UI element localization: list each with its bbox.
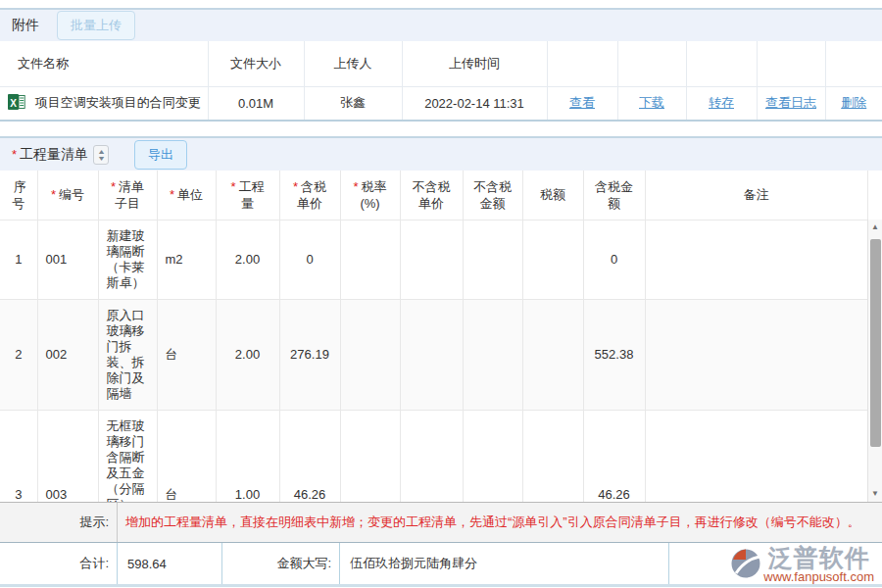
required-asterisk: * — [12, 147, 17, 162]
fanpu-logo-icon — [730, 548, 761, 582]
section-gap — [0, 122, 882, 136]
attachments-bar: 附件 批量上传 — [0, 8, 882, 41]
cell-price-no-tax — [400, 299, 463, 410]
col-remark: 备注 — [645, 171, 867, 220]
col-action-1 — [547, 41, 617, 86]
col-file-size: 文件大小 — [208, 41, 304, 86]
boq-table: 序号 *编号 *清单子目 *单位 *工程量 *含税单价 *税率(%) 不含税单价… — [0, 171, 868, 502]
page: 附件 批量上传 文件名称 文件大小 上传人 上传时间 — [0, 0, 882, 588]
cell-unit: 台 — [157, 299, 216, 410]
cell-tax — [522, 410, 583, 502]
cell-remark — [645, 220, 867, 299]
file-upload-time: 2022-02-14 11:31 — [402, 86, 547, 121]
cell-tax — [522, 220, 583, 299]
boq-row-2: 2 002 原入口玻璃移门拆装、拆除门及隔墙 台 2.00 276.19 552… — [0, 299, 867, 410]
cell-seq: 3 — [0, 410, 37, 502]
cell-tax-rate — [340, 410, 400, 502]
excel-file-icon: X — [8, 93, 25, 114]
cell-tax — [522, 299, 583, 410]
tip-label: 提示: — [0, 503, 118, 542]
file-row: X 项目空调安装项目的合同变更 0.01M 张鑫 2022-02-14 11:3… — [0, 86, 882, 121]
col-qty: *工程量 — [216, 171, 279, 220]
cell-qty: 2.00 — [216, 220, 279, 299]
total-label: 合计: — [0, 543, 118, 584]
vertical-scrollbar[interactable]: ▲ ▼ — [867, 220, 882, 502]
cell-amount-no-tax — [463, 220, 522, 299]
cell-qty: 2.00 — [216, 299, 279, 410]
fanpu-url-text: www.fanpusoft.com — [763, 570, 874, 584]
boq-section: * 工程量清单 ▲▼ 导出 序号 *编号 *清单子目 *单位 — [0, 136, 882, 502]
boq-table-viewport: 序号 *编号 *清单子目 *单位 *工程量 *含税单价 *税率(%) 不含税单价… — [0, 171, 882, 502]
col-tax-rate: *税率(%) — [340, 171, 400, 220]
file-size: 0.01M — [208, 86, 304, 121]
col-item: *清单子目 — [98, 171, 157, 220]
col-code: *编号 — [37, 171, 98, 220]
cell-item: 原入口玻璃移门拆装、拆除门及隔墙 — [98, 299, 157, 410]
export-button[interactable]: 导出 — [134, 140, 187, 170]
cell-amount-tax: 0 — [583, 220, 645, 299]
top-strip — [0, 0, 882, 8]
col-upload-time: 上传时间 — [402, 41, 547, 86]
sort-spinner-icon[interactable]: ▲▼ — [93, 145, 109, 165]
cell-item: 新建玻璃隔断（卡莱斯卓） — [98, 220, 157, 299]
fanpu-watermark: 泛普软件 www.fanpusoft.com — [730, 546, 874, 584]
attachments-section: 附件 批量上传 文件名称 文件大小 上传人 上传时间 — [0, 8, 882, 122]
cell-code: 001 — [37, 220, 98, 299]
view-link[interactable]: 查看 — [569, 95, 595, 110]
scrollbar-thumb[interactable] — [870, 239, 881, 447]
boq-row-1: 1 001 新建玻璃隔断（卡莱斯卓） m2 2.00 0 0 — [0, 220, 867, 299]
cell-price-tax: 276.19 — [279, 299, 340, 410]
col-price-no-tax: 不含税单价 — [400, 171, 463, 220]
col-uploader: 上传人 — [304, 41, 402, 86]
boq-header-row: 序号 *编号 *清单子目 *单位 *工程量 *含税单价 *税率(%) 不含税单价… — [0, 171, 867, 220]
cell-price-tax: 0 — [279, 220, 340, 299]
cell-amount-no-tax — [463, 299, 522, 410]
cell-tax-rate — [340, 220, 400, 299]
cell-price-no-tax — [400, 410, 463, 502]
cell-item: 无框玻璃移门含隔断及五金（分隔区） — [98, 410, 157, 502]
file-uploader: 张鑫 — [304, 86, 402, 121]
col-amount-no-tax: 不含税金额 — [463, 171, 522, 220]
col-file-name: 文件名称 — [0, 41, 208, 86]
svg-text:X: X — [10, 97, 17, 108]
col-action-2 — [617, 41, 686, 86]
attachments-header-row: 文件名称 文件大小 上传人 上传时间 — [0, 41, 882, 86]
col-price-tax: *含税单价 — [279, 171, 340, 220]
col-unit: *单位 — [157, 171, 216, 220]
save-as-link[interactable]: 转存 — [709, 95, 734, 110]
cell-price-no-tax — [400, 220, 463, 299]
boq-row-3: 3 003 无框玻璃移门含隔断及五金（分隔区） 台 1.00 46.26 46.… — [0, 410, 867, 502]
delete-link[interactable]: 删除 — [841, 95, 866, 110]
attachments-table: 文件名称 文件大小 上传人 上传时间 X 项目空调安装项目的合同变更 — [0, 41, 882, 122]
amount-words-label: 金额大写: — [222, 543, 340, 584]
total-value: 598.64 — [118, 543, 222, 584]
tip-row: 提示: 增加的工程量清单，直接在明细表中新增；变更的工程清单，先通过“源单引入”… — [0, 502, 882, 542]
cell-qty: 1.00 — [216, 410, 279, 502]
cell-amount-tax: 552.38 — [583, 299, 645, 410]
tip-text: 增加的工程量清单，直接在明细表中新增；变更的工程清单，先通过“源单引入”引入原合… — [118, 503, 860, 542]
cell-tax-rate — [340, 299, 400, 410]
download-link[interactable]: 下载 — [639, 95, 664, 110]
col-amount-tax: 含税金额 — [583, 171, 645, 220]
col-action-5 — [825, 41, 882, 86]
cell-amount-tax: 46.26 — [583, 410, 645, 502]
cell-remark — [645, 410, 867, 502]
amount-words-value: 伍佰玖拾捌元陆角肆分 — [340, 543, 669, 584]
cell-code: 002 — [37, 299, 98, 410]
attachments-label: 附件 — [12, 17, 39, 34]
cell-seq: 1 — [0, 220, 37, 299]
scroll-down-icon[interactable]: ▼ — [868, 489, 882, 499]
boq-label: 工程量清单 — [20, 146, 88, 164]
batch-upload-button[interactable]: 批量上传 — [57, 11, 135, 40]
col-tax: 税额 — [522, 171, 583, 220]
view-log-link[interactable]: 查看日志 — [765, 95, 816, 110]
cell-unit: m2 — [157, 220, 216, 299]
cell-code: 003 — [37, 410, 98, 502]
fanpu-brand-text: 泛普软件 — [768, 546, 870, 570]
boq-bar: * 工程量清单 ▲▼ 导出 — [0, 136, 882, 171]
cell-seq: 2 — [0, 299, 37, 410]
col-action-3 — [686, 41, 757, 86]
col-seq: 序号 — [0, 171, 37, 220]
cell-price-tax: 46.26 — [279, 410, 340, 502]
scroll-up-icon[interactable]: ▲ — [868, 222, 882, 232]
